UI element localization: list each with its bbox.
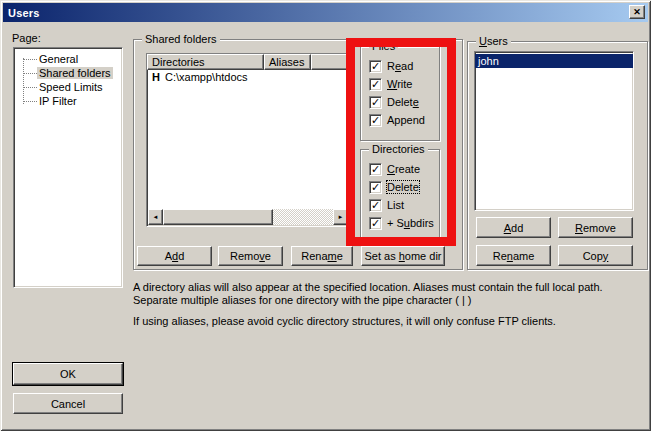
scroll-right-button[interactable]: ►: [333, 209, 348, 225]
alias-help-paragraph-2: If using aliases, please avoid cyclic di…: [133, 315, 645, 328]
delete-files-label: Delete: [387, 96, 419, 108]
window-title: Users: [3, 7, 40, 19]
checkmark-icon: ✓: [371, 164, 380, 174]
titlebar[interactable]: Users ✕: [3, 3, 648, 22]
home-flag: H: [152, 71, 165, 83]
page-list: General Shared folders Speed Limits IP F…: [13, 47, 123, 288]
append-label: Append: [387, 114, 425, 126]
tree-stub: [23, 87, 37, 88]
scrollbar-thumb[interactable]: [163, 209, 273, 225]
remove-user-button[interactable]: Remove: [558, 217, 633, 238]
page-item-ip-filter[interactable]: IP Filter: [14, 94, 122, 108]
directory-path: C:\xampp\htdocs: [165, 71, 248, 83]
remove-directory-button[interactable]: Remove: [218, 246, 283, 266]
delete-directories-checkbox-row[interactable]: ✓ Delete: [369, 180, 419, 194]
column-header-aliases[interactable]: Aliases: [264, 54, 311, 70]
tree-stub: [23, 59, 37, 60]
shared-folders-group-label: Shared folders: [142, 33, 220, 45]
listview-header: Directories Aliases: [147, 54, 349, 70]
append-checkbox-row[interactable]: ✓ Append: [369, 113, 425, 127]
user-row-john[interactable]: john: [475, 54, 633, 68]
close-button[interactable]: ✕: [629, 5, 645, 19]
scrollbar-track[interactable]: [273, 209, 333, 225]
cancel-button[interactable]: Cancel: [13, 393, 123, 414]
column-header-filler: [311, 54, 349, 70]
set-as-home-dir-button[interactable]: Set as home dir: [361, 246, 445, 266]
delete-directories-checkbox[interactable]: ✓: [369, 181, 382, 194]
directory-row[interactable]: H C:\xampp\htdocs: [147, 70, 349, 84]
directories-permissions-group: Directories ✓ Create ✓ Delete ✓ List ✓ +…: [360, 149, 440, 242]
page-label: Page:: [12, 32, 41, 44]
checkmark-icon: ✓: [371, 97, 380, 107]
checkmark-icon: ✓: [371, 115, 380, 125]
checkmark-icon: ✓: [371, 200, 380, 210]
checkmark-icon: ✓: [371, 218, 380, 228]
add-directory-button[interactable]: Add: [137, 246, 212, 266]
create-checkbox-row[interactable]: ✓ Create: [369, 162, 420, 176]
delete-files-checkbox[interactable]: ✓: [369, 96, 382, 109]
checkmark-icon: ✓: [371, 182, 380, 192]
files-group-label: Files: [369, 40, 398, 52]
list-label: List: [387, 199, 404, 211]
rename-directory-button[interactable]: Rename: [291, 246, 353, 266]
delete-directories-label: Delete: [387, 181, 419, 193]
list-checkbox-row[interactable]: ✓ List: [369, 198, 404, 212]
users-dialog: Users ✕ Page: General Shared folders Spe…: [0, 0, 651, 431]
page-item-shared-folders[interactable]: Shared folders: [14, 66, 122, 80]
users-list: john: [474, 51, 634, 211]
write-label: Write: [387, 78, 412, 90]
create-checkbox[interactable]: ✓: [369, 163, 382, 176]
list-checkbox[interactable]: ✓: [369, 199, 382, 212]
directories-listview: Directories Aliases H C:\xampp\htdocs ◄ …: [146, 53, 350, 227]
subdirs-label: + Subdirs: [387, 217, 434, 229]
tree-stub: [23, 73, 37, 74]
read-label: Read: [387, 60, 413, 72]
copy-user-button[interactable]: Copy: [558, 245, 633, 266]
ok-button[interactable]: OK: [13, 363, 123, 385]
page-item-general[interactable]: General: [14, 52, 122, 66]
scroll-left-button[interactable]: ◄: [148, 209, 163, 225]
alias-help-text: A directory alias will also appear at th…: [133, 281, 645, 328]
checkmark-icon: ✓: [371, 61, 380, 71]
add-user-button[interactable]: Add: [476, 217, 551, 238]
scroll-right-icon: ►: [338, 214, 344, 220]
read-checkbox-row[interactable]: ✓ Read: [369, 59, 413, 73]
horizontal-scrollbar[interactable]: ◄ ►: [148, 209, 348, 225]
page-item-speed-limits[interactable]: Speed Limits: [14, 80, 122, 94]
users-group-label: Users: [476, 35, 511, 47]
write-checkbox-row[interactable]: ✓ Write: [369, 77, 412, 91]
append-checkbox[interactable]: ✓: [369, 114, 382, 127]
directories-group-label: Directories: [369, 143, 428, 155]
create-label: Create: [387, 163, 420, 175]
write-checkbox[interactable]: ✓: [369, 78, 382, 91]
checkmark-icon: ✓: [371, 79, 380, 89]
column-header-directories[interactable]: Directories: [147, 54, 264, 70]
tree-stub: [23, 101, 37, 102]
rename-user-button[interactable]: Rename: [476, 245, 551, 266]
delete-files-checkbox-row[interactable]: ✓ Delete: [369, 95, 419, 109]
files-permissions-group: Files ✓ Read ✓ Write ✓ Delete ✓ Append: [360, 46, 440, 141]
read-checkbox[interactable]: ✓: [369, 60, 382, 73]
scroll-left-icon: ◄: [153, 214, 159, 220]
close-icon: ✕: [633, 7, 641, 17]
subdirs-checkbox-row[interactable]: ✓ + Subdirs: [369, 216, 434, 230]
subdirs-checkbox[interactable]: ✓: [369, 217, 382, 230]
alias-help-paragraph-1: A directory alias will also appear at th…: [133, 281, 645, 307]
